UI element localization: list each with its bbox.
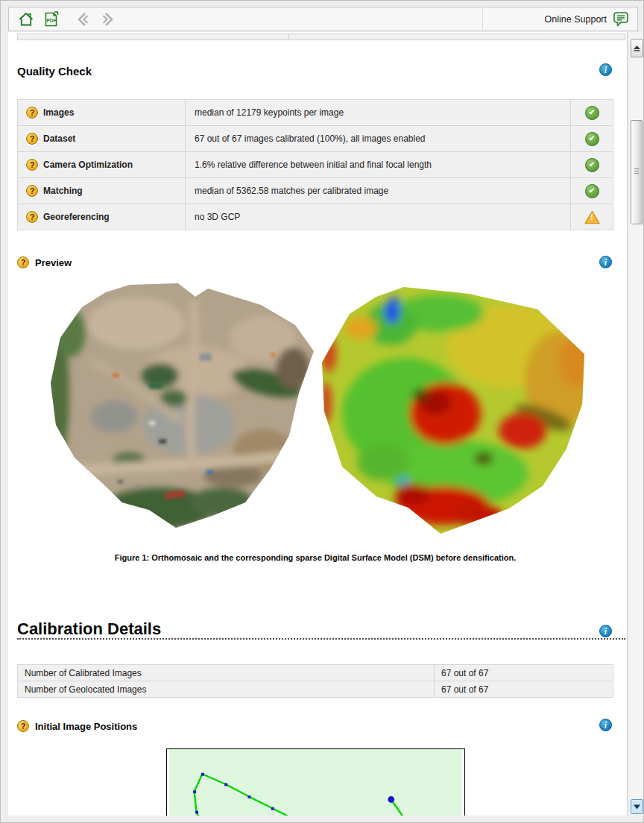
scrollbar-thumb[interactable] bbox=[631, 120, 643, 224]
status-warning-icon: ! bbox=[584, 210, 600, 224]
help-question-icon[interactable]: ? bbox=[26, 185, 38, 197]
row-label: Number of Calibrated Images bbox=[18, 665, 435, 681]
preview-heading-label: Preview bbox=[35, 257, 72, 268]
scroll-down-icon bbox=[633, 804, 641, 810]
partial-table-divider bbox=[288, 34, 289, 40]
quality-check-table: ? Images median of 12179 keypoints per i… bbox=[17, 99, 613, 230]
row-label: Number of Geolocated Images bbox=[18, 681, 435, 697]
table-row: ? Matching median of 5362.58 matches per… bbox=[17, 177, 613, 204]
status-ok-icon: ✔ bbox=[585, 132, 599, 146]
scroll-up-button[interactable] bbox=[631, 39, 643, 57]
chevron-forward-icon bbox=[100, 10, 116, 28]
chat-icon bbox=[612, 10, 630, 28]
scroll-up-icon bbox=[633, 44, 641, 52]
info-glyph: i bbox=[604, 721, 607, 730]
home-button[interactable] bbox=[15, 9, 37, 30]
status-ok-icon: ✔ bbox=[585, 106, 599, 120]
row-label: Images bbox=[43, 107, 74, 118]
help-question-icon[interactable]: ? bbox=[26, 159, 38, 171]
help-question-icon[interactable]: ? bbox=[17, 256, 29, 268]
partial-table-above bbox=[17, 34, 625, 40]
row-label: Matching bbox=[43, 186, 83, 196]
status-ok-icon: ✔ bbox=[585, 158, 599, 172]
chevron-back-icon bbox=[75, 10, 91, 28]
preview-info-icon[interactable]: i bbox=[599, 256, 612, 268]
online-support-label: Online Support bbox=[545, 14, 607, 25]
pdf-icon-label: PDF bbox=[47, 17, 57, 22]
help-question-icon[interactable]: ? bbox=[26, 133, 38, 145]
orthomosaic-preview-image bbox=[47, 283, 314, 532]
initial-image-positions-label: Initial Image Positions bbox=[35, 721, 137, 732]
initial-image-positions-info-icon[interactable]: i bbox=[599, 719, 612, 731]
vertical-scrollbar[interactable] bbox=[629, 32, 643, 816]
home-icon bbox=[17, 10, 35, 28]
info-glyph: i bbox=[604, 258, 607, 267]
table-row: ? Images median of 12179 keypoints per i… bbox=[17, 99, 613, 126]
online-support-button[interactable]: Online Support bbox=[545, 10, 631, 28]
toolbar: PDF Online Support bbox=[8, 7, 638, 31]
row-label: Georeferencing bbox=[43, 212, 110, 222]
row-value: 67 out of 67 bbox=[435, 681, 613, 697]
scroll-down-button[interactable] bbox=[631, 799, 643, 814]
help-question-icon[interactable]: ? bbox=[26, 107, 38, 119]
help-question-icon[interactable]: ? bbox=[26, 211, 38, 223]
status-ok-icon: ✔ bbox=[585, 184, 599, 198]
figure-1-caption: Figure 1: Orthomosaic and the correspond… bbox=[8, 553, 622, 562]
pdf-icon: PDF bbox=[42, 10, 61, 29]
row-value: 67 out of 67 bbox=[435, 665, 613, 681]
help-question-icon[interactable]: ? bbox=[17, 720, 29, 732]
quality-check-heading: Quality Check bbox=[17, 65, 92, 78]
quality-check-info-icon[interactable]: i bbox=[599, 63, 612, 76]
row-value: median of 5362.58 matches per calibrated… bbox=[186, 178, 571, 204]
forward-button[interactable] bbox=[97, 9, 119, 30]
info-glyph: i bbox=[604, 66, 607, 75]
row-label: Camera Optimization bbox=[43, 160, 133, 170]
calibration-details-heading: Calibration Details bbox=[17, 619, 625, 640]
calibration-details-info-icon[interactable]: i bbox=[599, 625, 612, 637]
preview-heading: ? Preview bbox=[17, 256, 72, 268]
report-viewport: Quality Check i ? Images median of 12179… bbox=[8, 32, 628, 816]
table-row: Number of Geolocated Images 67 out of 67 bbox=[17, 681, 613, 698]
initial-image-positions-heading: ? Initial Image Positions bbox=[17, 720, 137, 732]
table-row: ? Camera Optimization 1.6% relative diff… bbox=[17, 151, 613, 178]
export-pdf-button[interactable]: PDF bbox=[40, 9, 63, 30]
row-value: median of 12179 keypoints per image bbox=[186, 100, 571, 125]
row-value: no 3D GCP bbox=[186, 204, 571, 230]
sparse-dsm-preview-image bbox=[320, 283, 591, 535]
row-label: Dataset bbox=[43, 133, 75, 144]
table-row: ? Dataset 67 out of 67 images calibrated… bbox=[17, 125, 613, 152]
quality-report-window: PDF Online Support bbox=[0, 0, 644, 823]
table-row: ? Georeferencing no 3D GCP ! bbox=[17, 204, 613, 230]
calibration-table: Number of Calibrated Images 67 out of 67… bbox=[17, 664, 613, 698]
info-glyph: i bbox=[604, 627, 607, 636]
back-button[interactable] bbox=[72, 9, 94, 30]
initial-image-positions-figure bbox=[166, 748, 465, 816]
row-value: 1.6% relative difference between initial… bbox=[186, 152, 571, 177]
toolbar-separator bbox=[482, 8, 483, 30]
table-row: Number of Calibrated Images 67 out of 67 bbox=[17, 664, 613, 681]
row-value: 67 out of 67 images calibrated (100%), a… bbox=[186, 126, 571, 151]
scrollbar-grip bbox=[634, 168, 639, 175]
